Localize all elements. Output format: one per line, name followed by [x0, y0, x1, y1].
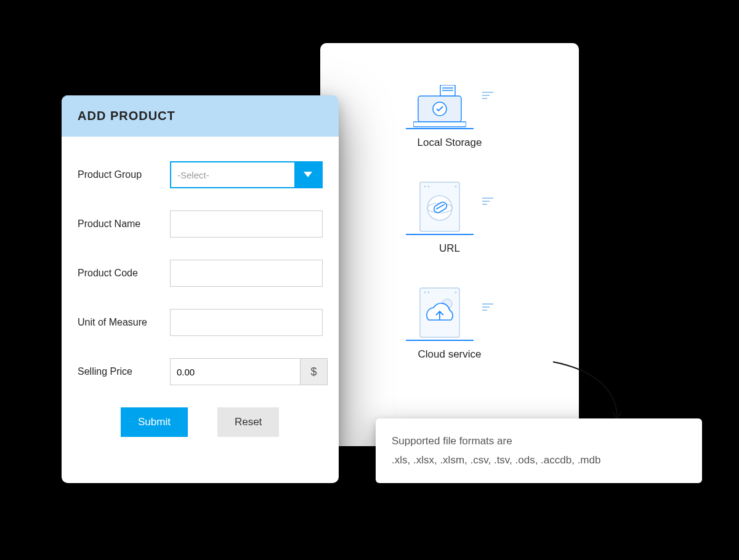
- form-actions: Submit Reset: [78, 407, 323, 437]
- label-product-code: Product Code: [78, 268, 170, 279]
- label-unit: Unit of Measure: [78, 317, 170, 328]
- supported-formats-tooltip: Supported file formats are .xls, .xlsx, …: [376, 418, 702, 483]
- dash-decor-icon: [482, 92, 493, 99]
- svg-point-16: [424, 292, 426, 294]
- source-url[interactable]: URL: [406, 174, 493, 255]
- form-title: ADD PRODUCT: [78, 109, 323, 123]
- source-url-label: URL: [439, 242, 460, 255]
- svg-point-8: [424, 186, 426, 188]
- add-product-card: ADD PRODUCT Product Group -Select- Produ…: [62, 95, 339, 483]
- row-product-code: Product Code: [78, 260, 323, 287]
- price-input[interactable]: [171, 359, 300, 385]
- row-unit: Unit of Measure: [78, 309, 323, 336]
- product-name-input[interactable]: [170, 210, 323, 238]
- unit-input[interactable]: [170, 309, 323, 336]
- price-field: $: [170, 358, 328, 385]
- product-group-select[interactable]: -Select-: [170, 161, 323, 188]
- svg-point-9: [428, 186, 430, 188]
- source-local-label: Local Storage: [418, 137, 482, 149]
- dash-decor-icon: [482, 303, 493, 311]
- globe-link-icon: [415, 180, 464, 234]
- form-body: Product Group -Select- Product Name: [62, 137, 339, 455]
- row-product-name: Product Name: [78, 210, 323, 238]
- form-header: ADD PRODUCT: [62, 95, 339, 137]
- svg-point-18: [455, 292, 457, 294]
- source-cloud-label: Cloud service: [418, 348, 482, 361]
- tooltip-line1: Supported file formats are: [392, 432, 686, 451]
- chevron-down-icon[interactable]: [294, 162, 321, 187]
- dash-decor-icon: [482, 198, 493, 205]
- svg-rect-6: [413, 122, 466, 127]
- svg-point-10: [455, 186, 457, 188]
- product-group-placeholder: -Select-: [171, 162, 294, 187]
- source-local-storage[interactable]: Local Storage: [406, 68, 493, 149]
- svg-point-17: [428, 292, 430, 294]
- submit-button[interactable]: Submit: [121, 407, 188, 437]
- label-product-name: Product Name: [78, 218, 170, 230]
- row-price: Selling Price $: [78, 358, 323, 385]
- data-sources-card: Local Storage: [320, 43, 579, 446]
- source-cloud[interactable]: Cloud service: [406, 279, 493, 361]
- laptop-icon: [413, 85, 466, 128]
- product-code-input[interactable]: [170, 260, 323, 287]
- label-price: Selling Price: [78, 366, 170, 377]
- reset-button[interactable]: Reset: [217, 407, 279, 437]
- currency-icon: $: [300, 359, 327, 385]
- svg-marker-0: [304, 172, 312, 177]
- tooltip-line2: .xls, .xlsx, .xlsm, .csv, .tsv, .ods, .a…: [392, 451, 686, 470]
- cloud-upload-icon: [415, 286, 464, 340]
- row-product-group: Product Group -Select-: [78, 161, 323, 188]
- label-product-group: Product Group: [78, 169, 170, 180]
